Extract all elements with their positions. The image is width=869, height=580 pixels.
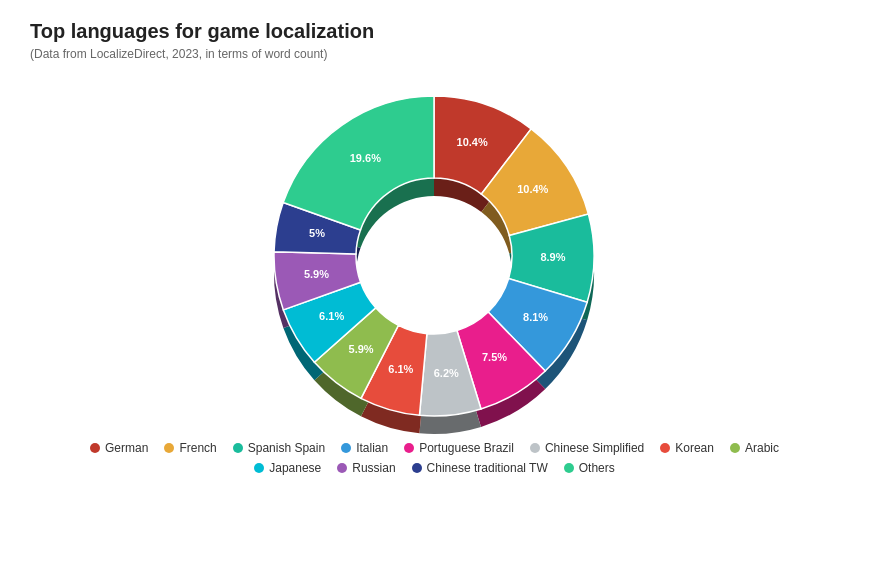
legend-label: Russian xyxy=(352,461,395,475)
legend-dot xyxy=(564,463,574,473)
legend-label: Spanish Spain xyxy=(248,441,325,455)
legend-label: French xyxy=(179,441,216,455)
legend-dot xyxy=(404,443,414,453)
legend-item: Japanese xyxy=(254,461,321,475)
legend-item: Italian xyxy=(341,441,388,455)
legend-item: French xyxy=(164,441,216,455)
legend-label: Chinese Simplified xyxy=(545,441,644,455)
slice-label: 6.1% xyxy=(319,310,344,322)
legend-item: Arabic xyxy=(730,441,779,455)
slice-label: 19.6% xyxy=(350,152,381,164)
slice-label: 7.5% xyxy=(482,351,507,363)
legend-label: Arabic xyxy=(745,441,779,455)
slice-label: 5.9% xyxy=(349,343,374,355)
legend: GermanFrenchSpanish SpainItalianPortugue… xyxy=(30,441,839,475)
donut-chart: 10.4%10.4%8.9%8.1%7.5%6.2%6.1%5.9%6.1%5.… xyxy=(0,71,869,431)
legend-label: German xyxy=(105,441,148,455)
legend-dot xyxy=(412,463,422,473)
legend-label: Italian xyxy=(356,441,388,455)
legend-label: Others xyxy=(579,461,615,475)
slice-label: 6.1% xyxy=(388,363,413,375)
slice-label: 6.2% xyxy=(434,367,459,379)
legend-item: Korean xyxy=(660,441,714,455)
legend-dot xyxy=(254,463,264,473)
page-subtitle: (Data from LocalizeDirect, 2023, in term… xyxy=(30,47,839,61)
slice-label: 10.4% xyxy=(517,183,548,195)
legend-dot xyxy=(730,443,740,453)
legend-item: Others xyxy=(564,461,615,475)
legend-dot xyxy=(341,443,351,453)
legend-dot xyxy=(90,443,100,453)
slice-label: 10.4% xyxy=(457,136,488,148)
legend-item: Chinese Simplified xyxy=(530,441,644,455)
legend-label: Japanese xyxy=(269,461,321,475)
legend-dot xyxy=(164,443,174,453)
page-container: Top languages for game localization (Dat… xyxy=(0,0,869,580)
legend-dot xyxy=(660,443,670,453)
page-title: Top languages for game localization xyxy=(30,20,839,43)
slice-label: 5% xyxy=(309,227,325,239)
legend-dot xyxy=(233,443,243,453)
legend-label: Chinese traditional TW xyxy=(427,461,548,475)
legend-label: Portuguese Brazil xyxy=(419,441,514,455)
legend-item: Spanish Spain xyxy=(233,441,325,455)
slice-label: 5.9% xyxy=(304,268,329,280)
legend-item: Chinese traditional TW xyxy=(412,461,548,475)
legend-item: German xyxy=(90,441,148,455)
legend-item: Portuguese Brazil xyxy=(404,441,514,455)
legend-dot xyxy=(337,463,347,473)
chart-area: 10.4%10.4%8.9%8.1%7.5%6.2%6.1%5.9%6.1%5.… xyxy=(30,71,839,431)
slice-label: 8.9% xyxy=(540,251,565,263)
legend-label: Korean xyxy=(675,441,714,455)
legend-item: Russian xyxy=(337,461,395,475)
legend-dot xyxy=(530,443,540,453)
slice-label: 8.1% xyxy=(523,311,548,323)
